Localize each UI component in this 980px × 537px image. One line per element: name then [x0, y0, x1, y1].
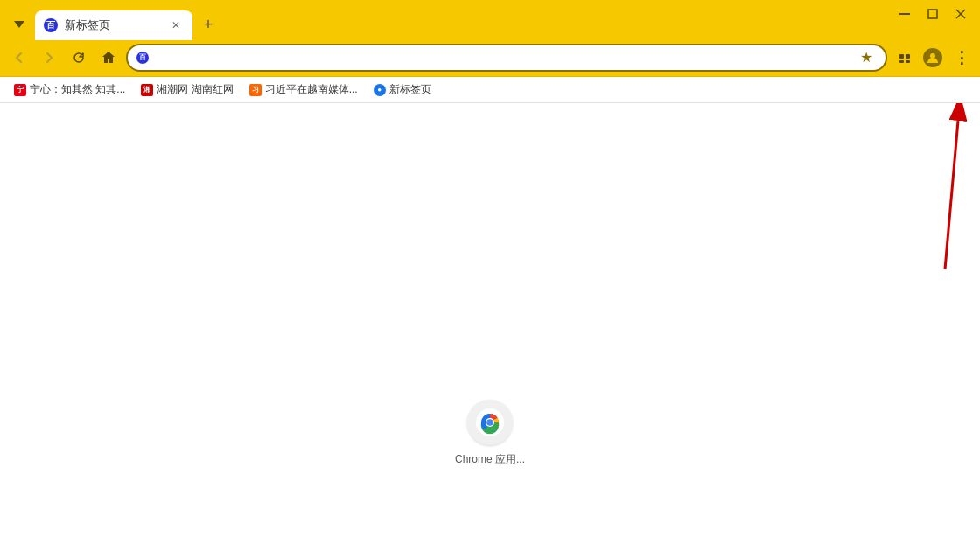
svg-point-14 — [486, 419, 494, 426]
main-content: Chrome 应用... — [0, 103, 980, 537]
tab-group: 百 新标签页 ✕ + — [32, 9, 892, 38]
recent-tabs-button[interactable] — [7, 14, 32, 38]
address-input[interactable] — [154, 51, 850, 64]
back-button[interactable] — [7, 45, 32, 70]
profile-icon — [923, 48, 942, 67]
svg-marker-0 — [14, 21, 24, 28]
bookmark-label-4: 新标签页 — [389, 82, 431, 97]
bookmark-icon-1: 宁 — [14, 84, 26, 96]
active-tab[interactable]: 百 新标签页 ✕ — [35, 10, 192, 40]
bookmark-label-2: 湘潮网 湖南红网 — [157, 82, 233, 97]
bookmark-label-3: 习近平在越南媒体... — [265, 82, 358, 97]
tab-title: 新标签页 — [65, 17, 161, 33]
svg-rect-1 — [900, 13, 910, 15]
tab-bar-area: 百 新标签页 ✕ + — [7, 0, 892, 38]
bookmark-label-1: 宁心：知其然 知其... — [30, 82, 125, 97]
home-button[interactable] — [96, 45, 121, 70]
bookmark-icon-4: ● — [374, 84, 386, 96]
forward-button[interactable] — [37, 45, 61, 70]
new-tab-button[interactable]: + — [196, 12, 220, 37]
extensions-button[interactable] — [892, 45, 917, 70]
restore-button[interactable] — [920, 3, 945, 24]
bookmark-item-4[interactable]: ● 新标签页 — [367, 80, 438, 100]
tab-favicon: 百 — [44, 18, 58, 32]
bookmarks-bar: 宁 宁心：知其然 知其... 湘 湘潮网 湖南红网 习 习近平在越南媒体... … — [0, 77, 980, 103]
chrome-app-shortcut[interactable]: Chrome 应用... — [455, 400, 525, 467]
bookmark-item-2[interactable]: 湘 湘潮网 湖南红网 — [134, 80, 240, 100]
minimize-button[interactable] — [892, 3, 917, 24]
address-bar[interactable]: 百 ★ — [126, 44, 887, 72]
profile-button[interactable] — [920, 45, 945, 70]
close-button[interactable] — [948, 3, 973, 24]
refresh-button[interactable] — [66, 45, 91, 70]
svg-rect-8 — [906, 60, 910, 63]
svg-rect-6 — [906, 54, 910, 59]
svg-rect-2 — [928, 10, 937, 18]
title-bar: 百 新标签页 ✕ + — [0, 0, 980, 38]
bookmark-icon-2: 湘 — [141, 84, 153, 96]
svg-line-16 — [945, 121, 958, 269]
red-arrow — [875, 103, 980, 278]
bookmark-icon-3: 习 — [249, 84, 262, 96]
bookmark-item-3[interactable]: 习 习近平在越南媒体... — [242, 80, 365, 100]
address-favicon: 百 — [136, 52, 149, 64]
svg-rect-5 — [900, 54, 904, 59]
bookmark-star-button[interactable]: ★ — [856, 47, 877, 68]
chrome-app-label: Chrome 应用... — [455, 452, 525, 467]
svg-rect-7 — [900, 60, 904, 63]
chrome-app-icon — [467, 400, 513, 445]
toolbar: 百 ★ ⋮ — [0, 38, 980, 77]
window-controls — [892, 3, 973, 24]
bookmark-item-1[interactable]: 宁 宁心：知其然 知其... — [7, 80, 132, 100]
tab-close-button[interactable]: ✕ — [168, 17, 184, 33]
toolbar-right: ⋮ — [892, 45, 973, 70]
menu-button[interactable]: ⋮ — [948, 45, 973, 70]
